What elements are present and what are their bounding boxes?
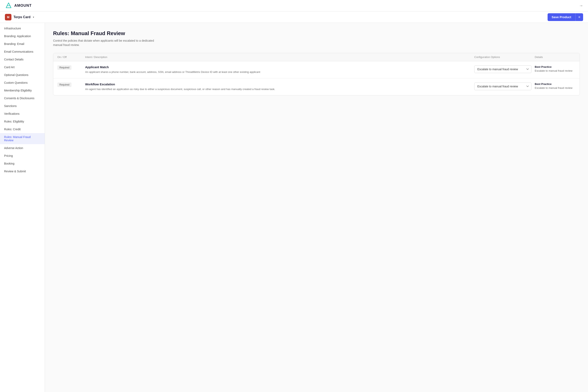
details-value: Escalate to manual fraud review [535, 86, 576, 90]
rule-details-workflow-escalation: Best Practice Escalate to manual fraud r… [535, 82, 576, 90]
product-selector[interactable]: M Terps Card ▾ [5, 14, 34, 20]
sidebar-item-adverse-action[interactable]: Adverse Action [0, 144, 45, 152]
sidebar: InfrastructureBranding: ApplicationBrand… [0, 23, 45, 392]
details-label: Best Practice [535, 82, 576, 86]
sidebar-item-pricing[interactable]: Pricing [0, 152, 45, 160]
sidebar-item-verifications[interactable]: Verifications [0, 110, 45, 118]
rule-config-applicant-match: Escalate to manual fraud reviewDo not es… [474, 65, 532, 73]
logout-icon[interactable]: → [579, 3, 583, 8]
rules-table-header: On / Off Intent / Description Configurat… [53, 53, 580, 61]
sidebar-item-infrastructure[interactable]: Infrastructure [0, 24, 45, 32]
rule-config-select-applicant-match[interactable]: Escalate to manual fraud reviewDo not es… [474, 65, 532, 73]
rule-details-applicant-match: Best Practice Escalate to manual fraud r… [535, 65, 576, 72]
save-product-label: Save Product [548, 13, 575, 21]
sidebar-item-rules-eligibility[interactable]: Rules: Eligibility [0, 118, 45, 125]
save-product-button[interactable]: Save Product ≡ [548, 13, 583, 21]
sidebar-item-custom-questions[interactable]: Custom Questions [0, 79, 45, 86]
rule-desc: An agent has identified an application a… [85, 87, 471, 91]
product-caret-icon: ▾ [33, 16, 34, 18]
rule-intent-workflow-escalation: Workflow Escalation An agent has identif… [85, 82, 471, 91]
sidebar-item-branding-email[interactable]: Branding: Email [0, 40, 45, 48]
sidebar-item-review-submit[interactable]: Review & Submit [0, 168, 45, 175]
logo-text: AMOUNT [14, 4, 32, 8]
content-area: Rules: Manual Fraud Review Control the p… [45, 23, 588, 392]
required-badge: Required [57, 65, 72, 70]
sidebar-item-email-communications[interactable]: Email Communications [0, 48, 45, 56]
sidebar-item-rules-manual-fraud-review[interactable]: Rules: Manual Fraud Review [0, 133, 45, 144]
details-label: Best Practice [535, 65, 576, 68]
top-nav: AMOUNT → [0, 0, 588, 12]
sidebar-item-sanctions[interactable]: Sanctions [0, 102, 45, 110]
sidebar-item-card-art[interactable]: Card Art [0, 63, 45, 71]
rule-name: Applicant Match [85, 65, 471, 69]
header-on-off: On / Off [57, 56, 82, 58]
svg-marker-0 [6, 3, 11, 8]
sidebar-item-consents-disclosures[interactable]: Consents & Disclosures [0, 94, 45, 102]
header-config: Configuration Options [474, 56, 532, 58]
rule-config-select-workflow-escalation[interactable]: Escalate to manual fraud reviewDo not es… [474, 82, 532, 90]
rules-table: On / Off Intent / Description Configurat… [53, 53, 580, 95]
page-title: Rules: Manual Fraud Review [53, 30, 580, 36]
main-layout: InfrastructureBranding: ApplicationBrand… [0, 23, 588, 392]
rule-intent-applicant-match: Applicant Match An applicant shares a ph… [85, 65, 471, 74]
rule-name: Workflow Escalation [85, 82, 471, 86]
header-intent: Intent / Description [85, 56, 471, 58]
rule-row-applicant-match: Required Applicant Match An applicant sh… [53, 61, 580, 78]
required-badge: Required [57, 82, 72, 87]
page-desc: Control the policies that dictate when a… [53, 38, 580, 47]
amount-logo-icon [5, 2, 12, 10]
rule-badge-workflow-escalation: Required [57, 82, 82, 87]
save-product-icon: ≡ [575, 13, 583, 21]
sidebar-item-membership-eligibility[interactable]: Membership Eligibility [0, 86, 45, 94]
rule-badge-applicant-match: Required [57, 65, 82, 70]
rule-desc: An applicant shares a phone number, bank… [85, 70, 471, 74]
sidebar-item-optional-questions[interactable]: Optional Questions [0, 71, 45, 79]
sidebar-item-booking[interactable]: Booking [0, 160, 45, 168]
product-name: Terps Card [14, 15, 30, 19]
sidebar-item-rules-credit[interactable]: Rules: Credit [0, 125, 45, 133]
sub-nav: M Terps Card ▾ Save Product ≡ [0, 12, 588, 23]
details-value: Escalate to manual fraud review [535, 69, 576, 72]
sidebar-item-branding-application[interactable]: Branding: Application [0, 32, 45, 40]
logo-area: AMOUNT [5, 2, 32, 10]
rule-row-workflow-escalation: Required Workflow Escalation An agent ha… [53, 78, 580, 95]
header-details: Details [535, 56, 576, 58]
product-icon: M [5, 14, 12, 20]
rule-config-workflow-escalation: Escalate to manual fraud reviewDo not es… [474, 82, 532, 90]
sidebar-item-contact-details[interactable]: Contact Details [0, 56, 45, 63]
